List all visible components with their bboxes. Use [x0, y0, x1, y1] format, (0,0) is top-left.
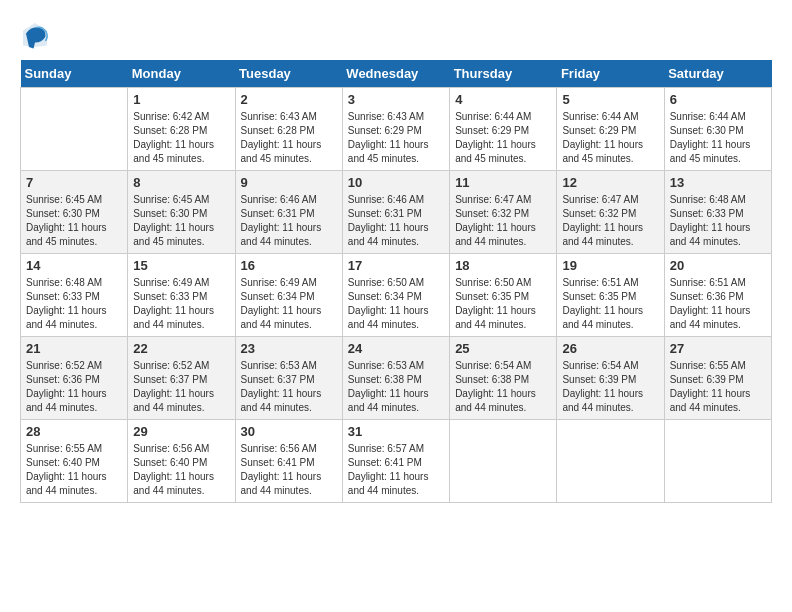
day-number: 31 [348, 424, 444, 439]
weekday-header-wednesday: Wednesday [342, 60, 449, 88]
day-number: 6 [670, 92, 766, 107]
weekday-header-row: SundayMondayTuesdayWednesdayThursdayFrid… [21, 60, 772, 88]
day-number: 11 [455, 175, 551, 190]
weekday-header-thursday: Thursday [450, 60, 557, 88]
calendar-cell: 7Sunrise: 6:45 AM Sunset: 6:30 PM Daylig… [21, 171, 128, 254]
calendar-cell: 19Sunrise: 6:51 AM Sunset: 6:35 PM Dayli… [557, 254, 664, 337]
day-number: 18 [455, 258, 551, 273]
calendar-table: SundayMondayTuesdayWednesdayThursdayFrid… [20, 60, 772, 503]
day-number: 8 [133, 175, 229, 190]
day-info: Sunrise: 6:45 AM Sunset: 6:30 PM Dayligh… [133, 193, 229, 249]
calendar-cell: 28Sunrise: 6:55 AM Sunset: 6:40 PM Dayli… [21, 420, 128, 503]
day-number: 1 [133, 92, 229, 107]
calendar-cell: 3Sunrise: 6:43 AM Sunset: 6:29 PM Daylig… [342, 88, 449, 171]
day-info: Sunrise: 6:44 AM Sunset: 6:29 PM Dayligh… [455, 110, 551, 166]
calendar-cell: 4Sunrise: 6:44 AM Sunset: 6:29 PM Daylig… [450, 88, 557, 171]
calendar-cell: 27Sunrise: 6:55 AM Sunset: 6:39 PM Dayli… [664, 337, 771, 420]
day-info: Sunrise: 6:50 AM Sunset: 6:34 PM Dayligh… [348, 276, 444, 332]
day-number: 10 [348, 175, 444, 190]
day-info: Sunrise: 6:43 AM Sunset: 6:28 PM Dayligh… [241, 110, 337, 166]
day-info: Sunrise: 6:48 AM Sunset: 6:33 PM Dayligh… [670, 193, 766, 249]
day-number: 21 [26, 341, 122, 356]
calendar-cell: 8Sunrise: 6:45 AM Sunset: 6:30 PM Daylig… [128, 171, 235, 254]
day-info: Sunrise: 6:56 AM Sunset: 6:40 PM Dayligh… [133, 442, 229, 498]
day-info: Sunrise: 6:55 AM Sunset: 6:40 PM Dayligh… [26, 442, 122, 498]
calendar-cell: 17Sunrise: 6:50 AM Sunset: 6:34 PM Dayli… [342, 254, 449, 337]
day-info: Sunrise: 6:54 AM Sunset: 6:38 PM Dayligh… [455, 359, 551, 415]
day-info: Sunrise: 6:57 AM Sunset: 6:41 PM Dayligh… [348, 442, 444, 498]
calendar-week-1: 1Sunrise: 6:42 AM Sunset: 6:28 PM Daylig… [21, 88, 772, 171]
calendar-cell [557, 420, 664, 503]
weekday-header-tuesday: Tuesday [235, 60, 342, 88]
day-number: 19 [562, 258, 658, 273]
day-number: 20 [670, 258, 766, 273]
day-number: 25 [455, 341, 551, 356]
day-number: 23 [241, 341, 337, 356]
day-info: Sunrise: 6:46 AM Sunset: 6:31 PM Dayligh… [241, 193, 337, 249]
calendar-week-2: 7Sunrise: 6:45 AM Sunset: 6:30 PM Daylig… [21, 171, 772, 254]
calendar-cell: 9Sunrise: 6:46 AM Sunset: 6:31 PM Daylig… [235, 171, 342, 254]
day-number: 2 [241, 92, 337, 107]
day-number: 26 [562, 341, 658, 356]
day-info: Sunrise: 6:43 AM Sunset: 6:29 PM Dayligh… [348, 110, 444, 166]
calendar-cell: 16Sunrise: 6:49 AM Sunset: 6:34 PM Dayli… [235, 254, 342, 337]
weekday-header-friday: Friday [557, 60, 664, 88]
calendar-cell: 22Sunrise: 6:52 AM Sunset: 6:37 PM Dayli… [128, 337, 235, 420]
day-number: 3 [348, 92, 444, 107]
day-number: 24 [348, 341, 444, 356]
day-info: Sunrise: 6:42 AM Sunset: 6:28 PM Dayligh… [133, 110, 229, 166]
weekday-header-monday: Monday [128, 60, 235, 88]
day-number: 27 [670, 341, 766, 356]
calendar-cell: 21Sunrise: 6:52 AM Sunset: 6:36 PM Dayli… [21, 337, 128, 420]
calendar-cell: 2Sunrise: 6:43 AM Sunset: 6:28 PM Daylig… [235, 88, 342, 171]
calendar-cell: 29Sunrise: 6:56 AM Sunset: 6:40 PM Dayli… [128, 420, 235, 503]
day-number: 14 [26, 258, 122, 273]
calendar-cell: 11Sunrise: 6:47 AM Sunset: 6:32 PM Dayli… [450, 171, 557, 254]
day-info: Sunrise: 6:49 AM Sunset: 6:33 PM Dayligh… [133, 276, 229, 332]
day-info: Sunrise: 6:46 AM Sunset: 6:31 PM Dayligh… [348, 193, 444, 249]
calendar-week-4: 21Sunrise: 6:52 AM Sunset: 6:36 PM Dayli… [21, 337, 772, 420]
day-info: Sunrise: 6:53 AM Sunset: 6:38 PM Dayligh… [348, 359, 444, 415]
day-info: Sunrise: 6:48 AM Sunset: 6:33 PM Dayligh… [26, 276, 122, 332]
calendar-cell [664, 420, 771, 503]
calendar-body: 1Sunrise: 6:42 AM Sunset: 6:28 PM Daylig… [21, 88, 772, 503]
day-info: Sunrise: 6:53 AM Sunset: 6:37 PM Dayligh… [241, 359, 337, 415]
calendar-cell: 30Sunrise: 6:56 AM Sunset: 6:41 PM Dayli… [235, 420, 342, 503]
day-number: 13 [670, 175, 766, 190]
calendar-cell: 31Sunrise: 6:57 AM Sunset: 6:41 PM Dayli… [342, 420, 449, 503]
day-number: 29 [133, 424, 229, 439]
calendar-cell: 24Sunrise: 6:53 AM Sunset: 6:38 PM Dayli… [342, 337, 449, 420]
calendar-cell: 1Sunrise: 6:42 AM Sunset: 6:28 PM Daylig… [128, 88, 235, 171]
calendar-cell [21, 88, 128, 171]
calendar-cell: 20Sunrise: 6:51 AM Sunset: 6:36 PM Dayli… [664, 254, 771, 337]
day-info: Sunrise: 6:49 AM Sunset: 6:34 PM Dayligh… [241, 276, 337, 332]
calendar-week-5: 28Sunrise: 6:55 AM Sunset: 6:40 PM Dayli… [21, 420, 772, 503]
day-info: Sunrise: 6:55 AM Sunset: 6:39 PM Dayligh… [670, 359, 766, 415]
day-number: 9 [241, 175, 337, 190]
day-info: Sunrise: 6:44 AM Sunset: 6:29 PM Dayligh… [562, 110, 658, 166]
day-number: 15 [133, 258, 229, 273]
day-number: 17 [348, 258, 444, 273]
logo [20, 20, 54, 50]
calendar-cell: 15Sunrise: 6:49 AM Sunset: 6:33 PM Dayli… [128, 254, 235, 337]
page-header [20, 20, 772, 50]
day-info: Sunrise: 6:56 AM Sunset: 6:41 PM Dayligh… [241, 442, 337, 498]
day-info: Sunrise: 6:50 AM Sunset: 6:35 PM Dayligh… [455, 276, 551, 332]
logo-icon [20, 20, 50, 50]
calendar-cell: 13Sunrise: 6:48 AM Sunset: 6:33 PM Dayli… [664, 171, 771, 254]
day-number: 22 [133, 341, 229, 356]
calendar-cell: 23Sunrise: 6:53 AM Sunset: 6:37 PM Dayli… [235, 337, 342, 420]
weekday-header-sunday: Sunday [21, 60, 128, 88]
day-number: 7 [26, 175, 122, 190]
calendar-cell [450, 420, 557, 503]
calendar-cell: 18Sunrise: 6:50 AM Sunset: 6:35 PM Dayli… [450, 254, 557, 337]
calendar-cell: 26Sunrise: 6:54 AM Sunset: 6:39 PM Dayli… [557, 337, 664, 420]
day-info: Sunrise: 6:44 AM Sunset: 6:30 PM Dayligh… [670, 110, 766, 166]
calendar-cell: 10Sunrise: 6:46 AM Sunset: 6:31 PM Dayli… [342, 171, 449, 254]
day-info: Sunrise: 6:52 AM Sunset: 6:37 PM Dayligh… [133, 359, 229, 415]
day-number: 30 [241, 424, 337, 439]
day-info: Sunrise: 6:51 AM Sunset: 6:36 PM Dayligh… [670, 276, 766, 332]
calendar-cell: 6Sunrise: 6:44 AM Sunset: 6:30 PM Daylig… [664, 88, 771, 171]
day-info: Sunrise: 6:45 AM Sunset: 6:30 PM Dayligh… [26, 193, 122, 249]
calendar-week-3: 14Sunrise: 6:48 AM Sunset: 6:33 PM Dayli… [21, 254, 772, 337]
